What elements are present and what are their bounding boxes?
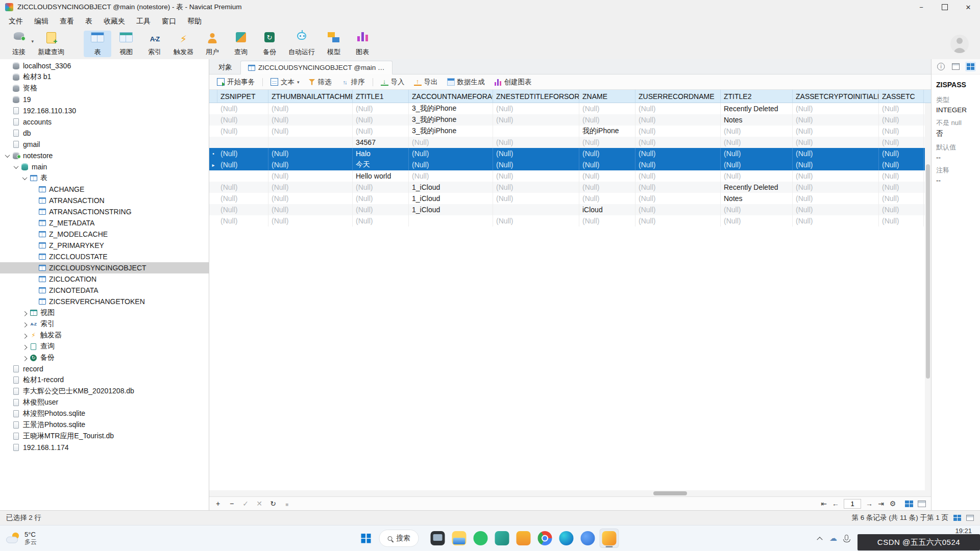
table-row[interactable]: 34567(Null)(Null)(Null)(Null)(Null)(Null… (209, 137, 925, 148)
minimize-button[interactable] (910, 0, 933, 14)
table-cell[interactable]: (Null) (493, 182, 579, 193)
tray-chevron-icon[interactable] (817, 537, 822, 542)
user-avatar[interactable] (950, 35, 969, 53)
table-cell[interactable]: iCloud (579, 204, 635, 215)
table-cell[interactable]: (Null) (793, 126, 879, 137)
table-cell[interactable]: (Null) (879, 204, 924, 215)
table-cell[interactable]: (Null) (268, 103, 353, 114)
sidebar-item[interactable]: 19 (0, 94, 209, 105)
table-cell[interactable]: (Null) (721, 170, 793, 182)
table-cell[interactable]: (Null) (879, 137, 924, 148)
sidebar-item[interactable]: 查询 (0, 341, 209, 352)
table-cell[interactable]: (Null) (793, 103, 879, 114)
table-cell[interactable]: (Null) (635, 137, 721, 148)
table-cell[interactable]: (Null) (793, 137, 879, 148)
menu-item[interactable]: 表 (80, 15, 98, 28)
sidebar-item[interactable]: 视图 (0, 307, 209, 318)
table-cell[interactable] (493, 204, 579, 215)
taskbar-app-monitor[interactable] (428, 529, 448, 548)
sidebar-item[interactable]: 资格 (0, 83, 209, 94)
table-cell[interactable]: (Null) (579, 170, 635, 182)
column-header[interactable]: ZTITLE2 (721, 90, 793, 103)
column-header[interactable]: ZNESTEDTITLEFORSORTIN (493, 90, 579, 103)
taskbar-app-green-app[interactable] (471, 529, 491, 548)
sidebar-item[interactable]: accounts (0, 116, 209, 128)
column-header[interactable]: ZACCOUNTNAMEFORAC (409, 90, 493, 103)
toolbar-backup-button[interactable]: ↻备份 (256, 31, 283, 57)
table-cell[interactable]: (Null) (353, 215, 409, 227)
table-cell[interactable]: (Null) (353, 126, 409, 137)
tree-expand-icon[interactable] (20, 334, 29, 337)
tree-expand-icon[interactable] (20, 345, 29, 348)
table-cell[interactable]: (Null) (409, 170, 493, 182)
next-page-button[interactable] (866, 499, 873, 508)
table-cell[interactable]: (Null) (879, 215, 924, 227)
toolbar-view-button[interactable]: 视图 (112, 31, 140, 57)
first-page-button[interactable] (820, 499, 827, 508)
table-cell[interactable]: (Null) (353, 204, 409, 215)
table-cell[interactable]: (Null) (793, 159, 879, 170)
toolbar-index-button[interactable]: A-Z索引 (141, 31, 168, 57)
table-cell[interactable]: (Null) (268, 182, 353, 193)
table-cell[interactable]: (Null) (635, 159, 721, 170)
column-header[interactable]: ZASSETCRYPTOINITIALIZA (793, 90, 879, 103)
table-cell[interactable]: (Null) (493, 193, 579, 204)
table-cell[interactable]: (Null) (268, 126, 353, 137)
form-view-toggle-icon[interactable] (918, 500, 926, 507)
table-cell[interactable]: (Null) (268, 215, 353, 227)
table-cell[interactable]: (Null) (217, 182, 268, 193)
delete-record-button[interactable] (228, 499, 235, 508)
table-cell[interactable]: (Null) (493, 103, 579, 114)
toolbar-chart-button[interactable]: 图表 (349, 31, 376, 57)
taskbar-app-teal-app[interactable] (493, 529, 512, 548)
add-record-button[interactable] (214, 499, 222, 508)
table-cell[interactable]: (Null) (217, 204, 268, 215)
table-cell[interactable]: 我的iPhone (579, 126, 635, 137)
sidebar-item[interactable]: 192.168.1.174 (0, 442, 209, 453)
table-cell[interactable]: (Null) (879, 103, 924, 114)
table-cell[interactable]: (Null) (268, 159, 353, 170)
table-row[interactable]: (Null)(Null)(Null)1_iCloud(Null)(Null)(N… (209, 182, 925, 193)
table-cell[interactable] (493, 126, 579, 137)
table-cell[interactable]: (Null) (879, 114, 924, 126)
previous-page-button[interactable] (832, 499, 839, 508)
table-cell[interactable]: (Null) (721, 137, 793, 148)
vertical-scrollbar-thumb[interactable] (926, 164, 930, 379)
sidebar-item[interactable]: ⚡触发器 (0, 330, 209, 341)
table-cell[interactable]: (Null) (217, 159, 268, 170)
table-cell[interactable]: (Null) (409, 137, 493, 148)
table-cell[interactable]: (Null) (268, 204, 353, 215)
tree-expand-icon[interactable] (20, 356, 29, 360)
import-button[interactable]: ↓导入 (377, 76, 408, 88)
tray-cloud-icon[interactable] (829, 534, 837, 543)
column-header[interactable]: ZUSERRECORDNAME (635, 90, 721, 103)
table-cell[interactable] (409, 215, 493, 227)
table-cell[interactable]: (Null) (268, 114, 353, 126)
table-cell[interactable]: 3_我的iPhone (409, 103, 493, 114)
column-header[interactable]: ZTHUMBNAILATTACHMEI (268, 90, 353, 103)
table-row[interactable]: (Null)Hello world(Null)(Null)(Null)(Null… (209, 170, 925, 182)
sidebar-item[interactable]: ZICNOTEDATA (0, 285, 209, 296)
text-button[interactable]: 文本▾ (267, 76, 303, 88)
table-cell[interactable]: (Null) (635, 170, 721, 182)
table-cell[interactable]: (Null) (353, 193, 409, 204)
menu-item[interactable]: 帮助 (182, 15, 207, 28)
menu-item[interactable]: 文件 (3, 15, 29, 28)
table-cell[interactable] (217, 137, 268, 148)
tray-mic-icon[interactable] (845, 535, 848, 540)
horizontal-scrollbar[interactable] (209, 490, 925, 496)
sidebar-item[interactable]: 表 (0, 172, 209, 184)
taskbar-app-navicat[interactable] (600, 529, 619, 548)
table-cell[interactable] (268, 137, 353, 148)
weather-widget[interactable]: 5°C 多云 (6, 531, 37, 546)
column-header[interactable]: ZNAME (579, 90, 635, 103)
table-cell[interactable]: 1_iCloud (409, 204, 493, 215)
table-cell[interactable]: (Null) (217, 126, 268, 137)
sidebar-item[interactable]: ATRANSACTION (0, 195, 209, 206)
table-cell[interactable]: (Null) (635, 103, 721, 114)
toolbar-trigger-button[interactable]: ⚡触发器 (169, 31, 198, 57)
datagen-button[interactable]: 数据生成 (444, 76, 488, 88)
table-cell[interactable]: (Null) (635, 204, 721, 215)
table-cell[interactable]: (Null) (579, 193, 635, 204)
maximize-button[interactable] (933, 0, 957, 14)
